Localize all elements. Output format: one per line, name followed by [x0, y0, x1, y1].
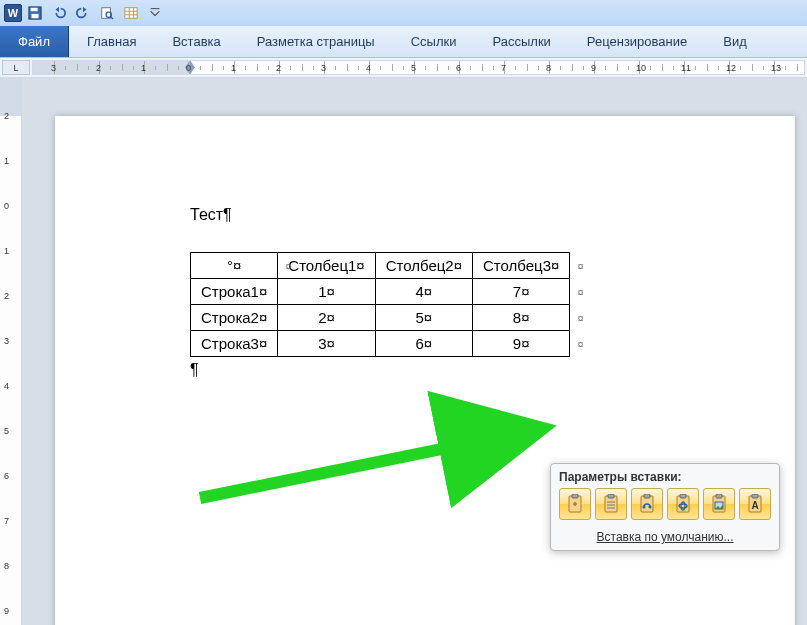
svg-rect-32 — [752, 494, 758, 498]
tab-insert[interactable]: Вставка — [154, 26, 238, 57]
paragraph-mark[interactable]: ¶ — [190, 361, 795, 379]
qat-preview-button[interactable] — [96, 2, 118, 24]
svg-rect-15 — [608, 494, 614, 498]
ruler-row: L 321012345678910111213 — [0, 58, 807, 78]
paste-keep-source-button[interactable] — [559, 488, 591, 520]
tab-references[interactable]: Ссылки — [393, 26, 475, 57]
paste-picture-button[interactable] — [703, 488, 735, 520]
paste-options-popup: Параметры вставки: A Вставка по умолчани… — [550, 463, 780, 551]
table-header-cell[interactable]: Столбец2¤ — [375, 253, 472, 279]
table-cell[interactable]: 3¤ — [278, 331, 375, 357]
table-cell[interactable]: 2¤ — [278, 305, 375, 331]
paste-keep-link-button[interactable] — [667, 488, 699, 520]
tab-file[interactable]: Файл — [0, 26, 69, 57]
table-cell[interactable]: 4¤ — [375, 279, 472, 305]
table-cell[interactable]: 1¤ — [278, 279, 375, 305]
qat-customize-button[interactable] — [144, 2, 166, 24]
svg-rect-1 — [31, 8, 38, 12]
table-cell[interactable]: Строка1¤ — [191, 279, 278, 305]
word-app-icon: W — [4, 4, 22, 22]
table-cell[interactable]: 5¤ — [375, 305, 472, 331]
table-header-cell[interactable]: Столбец1¤ — [278, 253, 375, 279]
document-table[interactable]: °¤ Столбец1¤ Столбец2¤ Столбец3¤ Строка1… — [190, 252, 570, 357]
paste-options-title: Параметры вставки: — [559, 470, 771, 484]
qat-save-button[interactable] — [24, 2, 46, 24]
svg-point-30 — [717, 503, 719, 505]
table-header-cell[interactable]: °¤ — [191, 253, 278, 279]
svg-rect-2 — [32, 14, 39, 18]
svg-text:A: A — [751, 500, 758, 511]
paste-text-only-button[interactable]: A — [739, 488, 771, 520]
svg-rect-20 — [644, 494, 650, 498]
qat-table-button[interactable] — [120, 2, 142, 24]
svg-point-22 — [649, 506, 652, 509]
svg-rect-13 — [572, 494, 578, 498]
ruler-tab-selector[interactable]: L — [2, 60, 30, 75]
document-workspace: 210123456789 Тест¶ °¤ Столбец1¤ Столбец2… — [0, 78, 807, 625]
vertical-ruler[interactable]: 210123456789 — [0, 78, 22, 625]
table-cell[interactable]: Строка3¤ — [191, 331, 278, 357]
table-header-cell[interactable]: Столбец3¤ — [473, 253, 570, 279]
tab-review[interactable]: Рецензирование — [569, 26, 705, 57]
svg-line-5 — [111, 17, 114, 20]
document-text[interactable]: Тест¶ — [190, 206, 795, 224]
ribbon-tabs: Файл Главная Вставка Разметка страницы С… — [0, 26, 807, 58]
tab-mailings[interactable]: Рассылки — [475, 26, 569, 57]
svg-rect-28 — [716, 494, 722, 498]
tab-home[interactable]: Главная — [69, 26, 154, 57]
tab-view[interactable]: Вид — [705, 26, 765, 57]
table-cell[interactable]: 6¤ — [375, 331, 472, 357]
svg-rect-24 — [680, 494, 686, 498]
qat-redo-button[interactable] — [72, 2, 94, 24]
svg-rect-6 — [125, 8, 137, 19]
table-cell[interactable]: 9¤ — [473, 331, 570, 357]
tab-layout[interactable]: Разметка страницы — [239, 26, 393, 57]
paste-merge-formatting-button[interactable] — [595, 488, 627, 520]
table-cell[interactable]: Строка2¤ — [191, 305, 278, 331]
qat-undo-button[interactable] — [48, 2, 70, 24]
paste-default-link[interactable]: Вставка по умолчанию... — [559, 526, 771, 546]
paste-link-styles-button[interactable] — [631, 488, 663, 520]
table-cell[interactable]: 8¤ — [473, 305, 570, 331]
table-cell[interactable]: 7¤ — [473, 279, 570, 305]
svg-point-21 — [643, 506, 646, 509]
horizontal-ruler[interactable]: 321012345678910111213 — [32, 60, 805, 75]
title-bar: W — [0, 0, 807, 26]
